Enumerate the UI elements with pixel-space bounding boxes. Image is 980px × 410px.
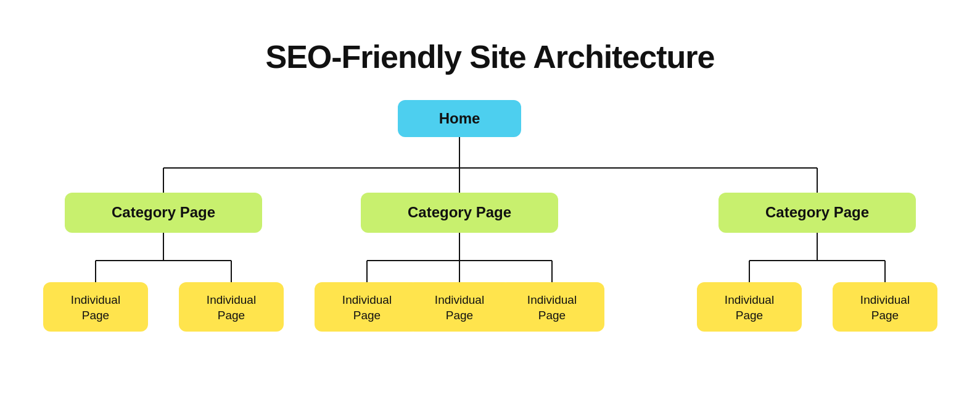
center-ind1-line2: Page — [353, 309, 380, 322]
right-ind1-line1: Individual — [724, 293, 773, 306]
home-label: Home — [439, 110, 480, 127]
left-ind1-line1: Individual — [70, 293, 120, 306]
right-ind1-line2: Page — [735, 309, 762, 322]
left-ind2-line1: Individual — [206, 293, 255, 306]
center-ind2-line2: Page — [445, 309, 472, 322]
left-ind2-line2: Page — [217, 309, 244, 322]
left-cat-label: Category Page — [111, 204, 215, 220]
center-ind3-line2: Page — [538, 309, 565, 322]
center-ind2-line1: Individual — [434, 293, 484, 306]
tree-diagram: Home Category Page Category Page Categor… — [34, 100, 947, 366]
right-ind2-line2: Page — [871, 309, 898, 322]
page-title: SEO-Friendly Site Architecture — [265, 38, 714, 75]
right-ind2-line1: Individual — [860, 293, 909, 306]
left-ind1-line2: Page — [81, 309, 109, 322]
left-ind1-bg — [43, 282, 148, 332]
center-ind1-line1: Individual — [342, 293, 391, 306]
center-ind2-bg — [407, 282, 512, 332]
center-ind1-bg — [315, 282, 419, 332]
center-ind3-bg — [500, 282, 604, 332]
right-ind2-bg — [833, 282, 937, 332]
right-ind1-bg — [697, 282, 802, 332]
right-cat-label: Category Page — [765, 204, 868, 220]
center-ind3-line1: Individual — [527, 293, 576, 306]
diagram-container: SEO-Friendly Site Architecture Home Cate… — [0, 20, 980, 390]
center-cat-label: Category Page — [407, 204, 511, 220]
left-ind2-bg — [179, 282, 284, 332]
